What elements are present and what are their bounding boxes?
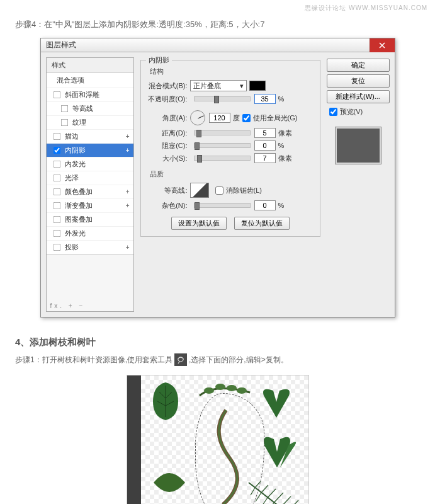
contour-checkbox[interactable] [60, 105, 68, 113]
make-default-button[interactable]: 设置为默认值 [171, 217, 227, 230]
blend-mode-label: 混合模式(B): [147, 81, 190, 91]
sidebar-footer[interactable]: fx. + − [47, 255, 133, 311]
ok-button[interactable]: 确定 [327, 59, 390, 72]
add-icon[interactable]: + [126, 133, 130, 140]
reset-default-button[interactable]: 复位为默认值 [234, 217, 290, 230]
distance-unit: 像素 [278, 129, 292, 138]
preview-checkbox[interactable] [329, 108, 337, 116]
svg-point-3 [237, 387, 247, 394]
add-icon[interactable]: + [126, 244, 130, 251]
blend-mode-select[interactable]: 正片叠底 ▾ [190, 80, 247, 91]
quality-label: 品质 [150, 169, 314, 179]
section4-title: 4、添加树枝和树叶 [15, 336, 420, 348]
leaf-icon [144, 379, 188, 423]
choke-input[interactable] [254, 140, 276, 151]
sidebar-item-stroke[interactable]: 描边 + [47, 130, 133, 144]
sidebar-item-contour[interactable]: 等高线 [47, 102, 133, 116]
sidebar-item-gradient-overlay[interactable]: 渐变叠加 + [47, 199, 133, 213]
add-icon[interactable]: + [126, 147, 130, 154]
blend-options-item[interactable]: 混合选项 [47, 73, 133, 88]
global-light-label: 使用全局光(G) [253, 113, 298, 123]
distance-slider[interactable] [194, 130, 251, 135]
dialog-buttons: 确定 复位 新建样式(W)... 预览(V) [327, 57, 390, 312]
sidebar-item-label: 内发光 [65, 159, 86, 169]
color-swatch[interactable] [249, 81, 266, 91]
stroke-checkbox[interactable] [53, 133, 60, 140]
step1-text: 步骤1：打开树枝和树叶资源图像,使用套索工具 ,选择下面的部分,编辑>复制。 [15, 353, 420, 366]
sidebar-item-label: 等高线 [72, 104, 93, 113]
sidebar-item-inner-glow[interactable]: 内发光 [47, 158, 133, 171]
sidebar-item-label: 颜色叠加 [65, 187, 93, 197]
opacity-slider[interactable] [194, 96, 251, 101]
contour-picker[interactable] [190, 183, 209, 198]
noise-unit: % [278, 202, 285, 209]
sidebar-item-label: 渐变叠加 [65, 201, 93, 210]
texture-checkbox[interactable] [60, 119, 68, 127]
global-light-checkbox[interactable] [242, 114, 251, 122]
preview-swatch [335, 127, 381, 164]
opacity-label: 不透明度(O): [147, 94, 190, 104]
size-input[interactable] [254, 153, 276, 163]
dialog-titlebar[interactable]: 图层样式 [41, 38, 395, 52]
new-style-button[interactable]: 新建样式(W)... [327, 90, 390, 103]
settings-panel: 内阴影 结构 混合模式(B): 正片叠底 ▾ 不透明度(O): [139, 57, 322, 312]
noise-label: 杂色(N): [147, 201, 190, 210]
choke-slider[interactable] [194, 143, 251, 148]
resource-image [127, 375, 309, 504]
sidebar-item-outer-glow[interactable]: 外发光 [47, 227, 133, 241]
sidebar-item-label: 斜面和浮雕 [65, 90, 99, 100]
opacity-input[interactable] [254, 94, 276, 104]
svg-point-2 [227, 385, 237, 391]
gradient-overlay-checkbox[interactable] [53, 202, 60, 210]
step1-prefix: 步骤1：打开树枝和树叶资源图像,使用套索工具 [15, 355, 172, 365]
svg-point-0 [204, 387, 214, 394]
watermark: 思缘设计论坛 WWW.MISSYUAN.COM [305, 4, 427, 13]
sidebar-item-satin[interactable]: 光泽 [47, 171, 133, 185]
close-icon [379, 42, 385, 49]
size-unit: 像素 [278, 154, 292, 163]
inner-shadow-checkbox[interactable] [53, 147, 60, 154]
sidebar-item-label: 描边 [65, 132, 79, 141]
angle-label: 角度(A): [147, 113, 190, 123]
close-button[interactable] [370, 38, 395, 52]
reset-button[interactable]: 复位 [327, 74, 390, 88]
distance-input[interactable] [254, 128, 276, 138]
canvas-ruler [127, 375, 141, 504]
add-icon[interactable]: + [126, 202, 130, 209]
sidebar-item-texture[interactable]: 纹理 [47, 116, 133, 130]
angle-dial[interactable] [190, 110, 205, 125]
layer-style-dialog: 图层样式 样式 混合选项 斜面和浮雕 等高线 [40, 38, 395, 318]
noise-slider[interactable] [194, 203, 251, 208]
pattern-overlay-checkbox[interactable] [53, 216, 60, 224]
bevel-checkbox[interactable] [53, 91, 60, 99]
satin-checkbox[interactable] [53, 175, 60, 182]
contour-label: 等高线: [147, 186, 190, 195]
inner-glow-checkbox[interactable] [53, 161, 60, 168]
outer-glow-checkbox[interactable] [53, 230, 60, 238]
sidebar-item-pattern-overlay[interactable]: 图案叠加 [47, 213, 133, 227]
styles-sidebar: 样式 混合选项 斜面和浮雕 等高线 纹理 [46, 57, 134, 312]
dialog-title: 图层样式 [46, 40, 76, 50]
sidebar-item-bevel[interactable]: 斜面和浮雕 [47, 88, 133, 102]
leaf-icon [147, 464, 191, 501]
size-slider[interactable] [194, 156, 251, 161]
distance-label: 距离(D): [147, 129, 190, 138]
leaf-icon [254, 383, 298, 421]
sidebar-item-inner-shadow[interactable]: 内阴影 + [47, 144, 133, 158]
angle-input[interactable] [209, 113, 230, 123]
opacity-unit: % [278, 95, 285, 103]
size-label: 大小(S): [147, 154, 190, 163]
anti-alias-checkbox[interactable] [215, 186, 223, 195]
sidebar-item-color-overlay[interactable]: 颜色叠加 + [47, 185, 133, 199]
drop-shadow-checkbox[interactable] [53, 244, 60, 251]
step1-suffix: ,选择下面的部分,编辑>复制。 [189, 355, 288, 365]
sidebar-item-label: 内阴影 [65, 146, 86, 155]
sidebar-item-drop-shadow[interactable]: 投影 + [47, 241, 133, 255]
blend-mode-value: 正片叠底 [193, 81, 221, 91]
color-overlay-checkbox[interactable] [53, 188, 60, 196]
leaf-icon [145, 501, 189, 504]
add-icon[interactable]: + [126, 188, 130, 195]
sidebar-item-label: 外发光 [65, 229, 86, 238]
choke-unit: % [278, 142, 285, 149]
noise-input[interactable] [254, 200, 276, 210]
